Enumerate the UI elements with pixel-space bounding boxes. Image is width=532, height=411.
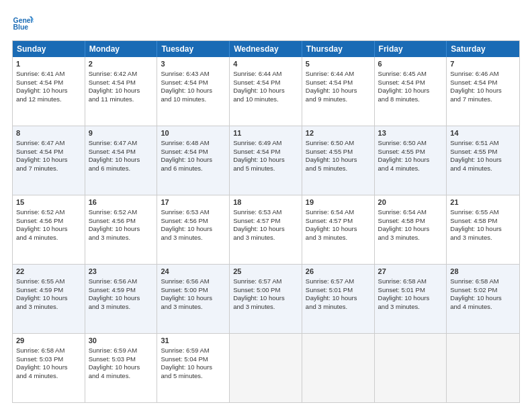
day-info: Daylight: 10 hours (378, 156, 443, 165)
calendar-cell: 11Sunrise: 6:49 AMSunset: 4:54 PMDayligh… (230, 126, 302, 195)
day-info: Daylight: 10 hours (89, 156, 154, 165)
day-info: Daylight: 10 hours (16, 225, 81, 234)
day-info: and 8 minutes. (378, 95, 443, 104)
calendar-cell: 29Sunrise: 6:58 AMSunset: 5:03 PMDayligh… (13, 334, 85, 402)
day-info: Sunset: 4:56 PM (16, 217, 81, 226)
day-number: 11 (233, 128, 298, 138)
day-info: Sunset: 5:00 PM (161, 286, 226, 295)
day-info: Daylight: 10 hours (16, 87, 81, 95)
day-info: Sunset: 4:54 PM (16, 148, 81, 156)
day-info: Sunset: 4:57 PM (233, 217, 298, 226)
day-number: 15 (16, 197, 81, 208)
day-info: and 3 minutes. (306, 303, 371, 312)
day-info: Daylight: 10 hours (450, 294, 516, 303)
day-info: Sunset: 5:01 PM (378, 286, 443, 295)
day-number: 9 (89, 128, 154, 138)
day-info: Sunrise: 6:57 AM (233, 277, 298, 286)
day-number: 6 (378, 59, 443, 69)
day-info: Daylight: 10 hours (161, 225, 226, 234)
header: General Blue (12, 12, 520, 34)
calendar-cell: 16Sunrise: 6:52 AMSunset: 4:56 PMDayligh… (85, 195, 158, 264)
day-number: 12 (306, 128, 371, 138)
day-info: Sunrise: 6:56 AM (89, 277, 154, 286)
day-info: and 3 minutes. (161, 234, 226, 242)
day-number: 10 (161, 128, 226, 138)
calendar-cell: 6Sunrise: 6:45 AMSunset: 4:54 PMDaylight… (375, 57, 447, 126)
day-info: Daylight: 10 hours (89, 87, 154, 95)
day-info: and 4 minutes. (450, 165, 516, 173)
calendar-cell: 13Sunrise: 6:50 AMSunset: 4:55 PMDayligh… (375, 126, 447, 195)
day-info: Sunset: 4:55 PM (378, 148, 443, 156)
calendar-cell: 8Sunrise: 6:47 AMSunset: 4:54 PMDaylight… (13, 126, 85, 195)
svg-text:General: General (13, 17, 34, 24)
day-info: Daylight: 10 hours (89, 225, 154, 234)
day-info: Daylight: 10 hours (89, 294, 154, 303)
day-info: Daylight: 10 hours (161, 156, 226, 165)
day-info: Sunrise: 6:45 AM (378, 70, 443, 79)
day-info: and 11 minutes. (89, 95, 154, 104)
calendar-cell: 17Sunrise: 6:53 AMSunset: 4:56 PMDayligh… (157, 195, 230, 264)
day-info: Sunrise: 6:55 AM (16, 277, 81, 286)
day-number: 13 (378, 128, 443, 138)
day-info: Sunset: 4:54 PM (89, 79, 154, 87)
day-number: 31 (161, 336, 226, 346)
calendar-cell: 3Sunrise: 6:43 AMSunset: 4:54 PMDaylight… (157, 57, 230, 126)
day-info: and 4 minutes. (89, 372, 154, 381)
day-info: and 4 minutes. (16, 234, 81, 242)
logo: General Blue (12, 12, 36, 34)
day-number: 2 (89, 59, 154, 69)
day-info: Sunrise: 6:51 AM (450, 139, 516, 148)
day-info: Sunset: 4:54 PM (89, 148, 154, 156)
day-info: Sunset: 5:03 PM (16, 355, 81, 364)
calendar-cell: 9Sunrise: 6:47 AMSunset: 4:54 PMDaylight… (85, 126, 158, 195)
day-info: Sunset: 4:58 PM (378, 217, 443, 226)
day-number: 28 (450, 267, 516, 277)
calendar-cell: 14Sunrise: 6:51 AMSunset: 4:55 PMDayligh… (447, 126, 519, 195)
calendar-cell: 21Sunrise: 6:55 AMSunset: 4:58 PMDayligh… (447, 195, 519, 264)
day-info: Sunrise: 6:53 AM (233, 208, 298, 217)
day-number: 27 (378, 267, 443, 277)
day-info: Daylight: 10 hours (378, 87, 443, 95)
day-info: and 5 minutes. (161, 372, 226, 381)
day-number: 4 (233, 59, 298, 69)
day-number: 25 (233, 267, 298, 277)
day-info: Daylight: 10 hours (16, 156, 81, 165)
weekday-wednesday: Wednesday (230, 41, 302, 57)
day-number: 20 (378, 197, 443, 208)
day-info: Daylight: 10 hours (161, 294, 226, 303)
day-info: Sunset: 4:54 PM (233, 148, 298, 156)
day-info: Sunrise: 6:52 AM (16, 208, 81, 217)
day-number: 19 (306, 197, 371, 208)
day-info: Sunrise: 6:44 AM (306, 70, 371, 79)
day-info: and 9 minutes. (306, 95, 371, 104)
day-info: Sunrise: 6:50 AM (306, 139, 371, 148)
day-info: and 3 minutes. (378, 234, 443, 242)
day-info: Sunset: 5:02 PM (450, 286, 516, 295)
day-number: 5 (306, 59, 371, 69)
calendar-cell: 15Sunrise: 6:52 AMSunset: 4:56 PMDayligh… (13, 195, 85, 264)
day-info: Daylight: 10 hours (306, 156, 371, 165)
day-info: and 10 minutes. (233, 95, 298, 104)
day-number: 14 (450, 128, 516, 138)
day-info: Daylight: 10 hours (89, 363, 154, 372)
calendar-row: 1Sunrise: 6:41 AMSunset: 4:54 PMDaylight… (13, 57, 519, 126)
day-info: Sunset: 4:54 PM (306, 79, 371, 87)
calendar-cell: 27Sunrise: 6:58 AMSunset: 5:01 PMDayligh… (375, 265, 447, 333)
day-info: Sunset: 4:54 PM (16, 79, 81, 87)
day-info: and 7 minutes. (450, 95, 516, 104)
weekday-monday: Monday (85, 41, 158, 57)
calendar-cell (447, 334, 519, 402)
day-info: Daylight: 10 hours (161, 87, 226, 95)
day-info: Sunset: 4:54 PM (450, 79, 516, 87)
page: General Blue Sunday Monday Tuesday Wedne… (0, 0, 532, 411)
calendar-cell: 30Sunrise: 6:59 AMSunset: 5:03 PMDayligh… (85, 334, 158, 402)
day-info: Sunset: 4:55 PM (450, 148, 516, 156)
weekday-friday: Friday (375, 41, 447, 57)
day-info: Daylight: 10 hours (16, 363, 81, 372)
day-info: Sunrise: 6:58 AM (450, 277, 516, 286)
day-info: Daylight: 10 hours (450, 156, 516, 165)
day-info: Daylight: 10 hours (378, 225, 443, 234)
day-info: Daylight: 10 hours (16, 294, 81, 303)
day-info: Sunrise: 6:47 AM (16, 139, 81, 148)
day-info: and 3 minutes. (161, 303, 226, 312)
